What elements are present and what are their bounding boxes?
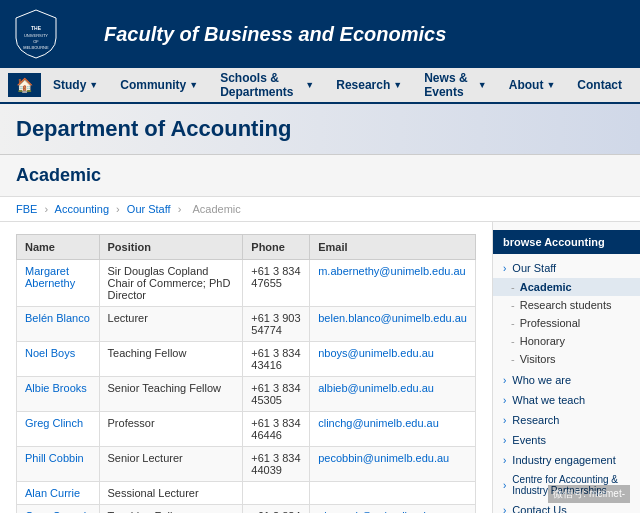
nav-bar: 🏠 Study ▼ Community ▼ Schools & Departme… — [0, 68, 640, 104]
nav-schools[interactable]: Schools & Departments ▼ — [210, 63, 324, 107]
sidebar-sub-academic[interactable]: - Academic — [493, 278, 640, 296]
home-button[interactable]: 🏠 — [8, 73, 41, 97]
col-name: Name — [17, 235, 100, 260]
svg-text:MELBOURNE: MELBOURNE — [23, 45, 49, 50]
table-row: Belén BlancoLecturer+61 3 903 54774belen… — [17, 307, 476, 342]
cell-phone: +61 3 834 47655 — [243, 260, 310, 307]
cell-name: Greg Clinch — [17, 412, 100, 447]
sidebar-item-ourstaff[interactable]: › Our Staff — [493, 258, 640, 278]
svg-text:UNIVERSITY: UNIVERSITY — [24, 33, 48, 38]
staff-name-link[interactable]: Alan Currie — [25, 487, 80, 499]
nav-study[interactable]: Study ▼ — [43, 70, 108, 100]
col-phone: Phone — [243, 235, 310, 260]
cell-position: Senior Lecturer — [99, 447, 243, 482]
sidebar: browse Accounting › Our Staff - Academic… — [492, 222, 640, 513]
cell-position: Senior Teaching Fellow — [99, 377, 243, 412]
nav-community[interactable]: Community ▼ — [110, 70, 208, 100]
nav-contact[interactable]: Contact — [567, 70, 632, 100]
cell-position: Sir Douglas Copland Chair of Commerce; P… — [99, 260, 243, 307]
dept-header: Department of Accounting — [0, 104, 640, 155]
page-content: Academic FBE › Accounting › Our Staff › … — [0, 155, 640, 513]
staff-name-link[interactable]: Greg Clinch — [25, 417, 83, 429]
staff-email-link[interactable]: albieb@unimelb.edu.au — [318, 382, 434, 394]
staff-table: Name Position Phone Email Margaret Abern… — [16, 234, 476, 513]
cell-phone: +61 3 834 43416 — [243, 342, 310, 377]
community-arrow: ▼ — [189, 80, 198, 90]
table-area: Name Position Phone Email Margaret Abern… — [0, 222, 492, 513]
nav-about[interactable]: About ▼ — [499, 70, 566, 100]
sidebar-item-whatweteach[interactable]: › What we teach — [493, 390, 640, 410]
table-row: Alan CurrieSessional Lecturer — [17, 482, 476, 505]
breadcrumb-accounting[interactable]: Accounting — [55, 203, 109, 215]
table-row: Greg CusackTeaching Fellow+61 3 834 4746… — [17, 505, 476, 514]
page-title-bar: Academic — [0, 155, 640, 197]
cell-email: pecobbin@unimelb.edu.au — [310, 447, 476, 482]
logo-area: THE UNIVERSITY OF MELBOURNE — [12, 8, 92, 60]
cell-email: gjcusack@unimelb.edu.au — [310, 505, 476, 514]
sidebar-sub-research-students[interactable]: - Research students — [493, 296, 640, 314]
table-row: Phill CobbinSenior Lecturer+61 3 834 440… — [17, 447, 476, 482]
whoweare-arrow: › — [503, 375, 506, 386]
table-row: Greg ClinchProfessor+61 3 834 46446clinc… — [17, 412, 476, 447]
cell-name: Belén Blanco — [17, 307, 100, 342]
staff-name-link[interactable]: Albie Brooks — [25, 382, 87, 394]
news-arrow: ▼ — [478, 80, 487, 90]
cell-email: clinchg@unimelb.edu.au — [310, 412, 476, 447]
staff-email-link[interactable]: m.abernethy@unimelb.edu.au — [318, 265, 466, 277]
sidebar-item-industry[interactable]: › Industry engagement — [493, 450, 640, 470]
schools-arrow: ▼ — [305, 80, 314, 90]
research-sidebar-arrow: › — [503, 415, 506, 426]
col-email: Email — [310, 235, 476, 260]
sidebar-sub-visitors[interactable]: - Visitors — [493, 350, 640, 368]
sidebar-item-whoweare[interactable]: › Who we are — [493, 370, 640, 390]
cell-email: m.abernethy@unimelb.edu.au — [310, 260, 476, 307]
cell-phone: +61 3 903 54774 — [243, 307, 310, 342]
centre-arrow: › — [503, 480, 506, 491]
nav-research[interactable]: Research ▼ — [326, 70, 412, 100]
sidebar-item-events[interactable]: › Events — [493, 430, 640, 450]
ourstaff-arrow: › — [503, 263, 506, 274]
breadcrumb-ourstaff[interactable]: Our Staff — [127, 203, 171, 215]
staff-name-link[interactable]: Margaret Abernethy — [25, 265, 75, 289]
sidebar-title: browse Accounting — [493, 230, 640, 254]
cell-phone: +61 3 834 44039 — [243, 447, 310, 482]
events-arrow: › — [503, 435, 506, 446]
sidebar-sub-professional[interactable]: - Professional — [493, 314, 640, 332]
staff-email-link[interactable]: belen.blanco@unimelb.edu.au — [318, 312, 467, 324]
breadcrumb-fbe[interactable]: FBE — [16, 203, 37, 215]
cell-email: nboys@unimelb.edu.au — [310, 342, 476, 377]
cell-name: Greg Cusack — [17, 505, 100, 514]
about-arrow: ▼ — [546, 80, 555, 90]
whatweteach-arrow: › — [503, 395, 506, 406]
cell-phone: +61 3 834 47466 — [243, 505, 310, 514]
cell-name: Margaret Abernethy — [17, 260, 100, 307]
sidebar-item-research[interactable]: › Research — [493, 410, 640, 430]
top-header: THE UNIVERSITY OF MELBOURNE Faculty of B… — [0, 0, 640, 68]
staff-email-link[interactable]: pecobbin@unimelb.edu.au — [318, 452, 449, 464]
col-position: Position — [99, 235, 243, 260]
cell-phone: +61 3 834 45305 — [243, 377, 310, 412]
staff-email-link[interactable]: clinchg@unimelb.edu.au — [318, 417, 439, 429]
staff-name-link[interactable]: Noel Boys — [25, 347, 75, 359]
study-arrow: ▼ — [89, 80, 98, 90]
staff-name-link[interactable]: Phill Cobbin — [25, 452, 84, 464]
cell-email: albieb@unimelb.edu.au — [310, 377, 476, 412]
cell-position: Sessional Lecturer — [99, 482, 243, 505]
svg-text:OF: OF — [33, 39, 39, 44]
sidebar-sub-honorary[interactable]: - Honorary — [493, 332, 640, 350]
main-layout: Name Position Phone Email Margaret Abern… — [0, 222, 640, 513]
cell-position: Teaching Fellow — [99, 342, 243, 377]
dept-title: Department of Accounting — [16, 116, 624, 142]
cell-position: Lecturer — [99, 307, 243, 342]
contact-arrow: › — [503, 505, 506, 514]
nav-news[interactable]: News & Events ▼ — [414, 63, 497, 107]
cell-phone: +61 3 834 46446 — [243, 412, 310, 447]
cell-position: Teaching Fellow — [99, 505, 243, 514]
cell-phone — [243, 482, 310, 505]
cell-name: Noel Boys — [17, 342, 100, 377]
table-row: Noel BoysTeaching Fellow+61 3 834 43416n… — [17, 342, 476, 377]
svg-text:THE: THE — [31, 25, 42, 31]
staff-name-link[interactable]: Belén Blanco — [25, 312, 90, 324]
faculty-title: Faculty of Business and Economics — [104, 23, 446, 46]
staff-email-link[interactable]: nboys@unimelb.edu.au — [318, 347, 434, 359]
